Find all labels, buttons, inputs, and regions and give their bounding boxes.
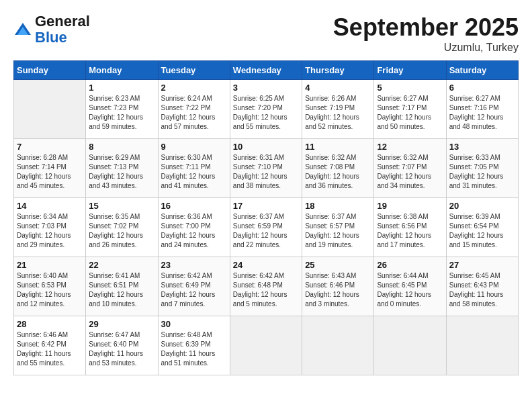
page-header: General Blue September 2025 Uzumlu, Turk… [13,13,519,54]
weekday-header-sunday: Sunday [14,61,86,80]
calendar-cell: 7Sunrise: 6:28 AMSunset: 7:14 PMDaylight… [14,139,86,198]
day-number: 6 [449,83,515,93]
calendar-week-4: 21Sunrise: 6:40 AMSunset: 6:53 PMDayligh… [14,257,519,316]
calendar-cell: 2Sunrise: 6:24 AMSunset: 7:22 PMDaylight… [158,80,230,139]
calendar-cell: 10Sunrise: 6:31 AMSunset: 7:10 PMDayligh… [230,139,302,198]
day-info: Sunrise: 6:41 AMSunset: 6:51 PMDaylight:… [89,271,154,309]
calendar-cell: 28Sunrise: 6:46 AMSunset: 6:42 PMDayligh… [14,316,86,375]
day-number: 30 [161,319,227,329]
day-info: Sunrise: 6:42 AMSunset: 6:49 PMDaylight:… [161,271,227,309]
day-info: Sunrise: 6:43 AMSunset: 6:46 PMDaylight:… [305,271,371,309]
day-info: Sunrise: 6:32 AMSunset: 7:07 PMDaylight:… [377,153,443,191]
day-info: Sunrise: 6:26 AMSunset: 7:19 PMDaylight:… [305,94,371,132]
logo-icon [13,21,32,40]
day-info: Sunrise: 6:35 AMSunset: 7:02 PMDaylight:… [89,212,154,250]
calendar-cell: 16Sunrise: 6:36 AMSunset: 7:00 PMDayligh… [158,198,230,257]
day-info: Sunrise: 6:28 AMSunset: 7:14 PMDaylight:… [17,153,83,191]
weekday-header-saturday: Saturday [446,61,518,80]
day-number: 14 [17,201,83,211]
weekday-header-thursday: Thursday [302,61,374,80]
calendar-cell: 27Sunrise: 6:45 AMSunset: 6:43 PMDayligh… [446,257,518,316]
day-number: 21 [17,260,83,270]
day-info: Sunrise: 6:36 AMSunset: 7:00 PMDaylight:… [161,212,227,250]
logo: General Blue [13,13,90,46]
day-info: Sunrise: 6:39 AMSunset: 6:54 PMDaylight:… [449,212,515,250]
day-info: Sunrise: 6:42 AMSunset: 6:48 PMDaylight:… [233,271,299,309]
day-number: 7 [17,142,83,152]
day-number: 28 [17,319,83,329]
day-info: Sunrise: 6:32 AMSunset: 7:08 PMDaylight:… [305,153,371,191]
month-title: September 2025 [333,13,519,42]
day-number: 27 [449,260,515,270]
calendar-cell: 30Sunrise: 6:48 AMSunset: 6:39 PMDayligh… [158,316,230,375]
day-info: Sunrise: 6:31 AMSunset: 7:10 PMDaylight:… [233,153,299,191]
day-number: 11 [305,142,371,152]
day-number: 24 [233,260,299,270]
day-info: Sunrise: 6:37 AMSunset: 6:57 PMDaylight:… [305,212,371,250]
day-info: Sunrise: 6:37 AMSunset: 6:59 PMDaylight:… [233,212,299,250]
calendar-cell: 13Sunrise: 6:33 AMSunset: 7:05 PMDayligh… [446,139,518,198]
calendar-cell: 15Sunrise: 6:35 AMSunset: 7:02 PMDayligh… [86,198,158,257]
calendar-cell: 6Sunrise: 6:27 AMSunset: 7:16 PMDaylight… [446,80,518,139]
calendar-cell: 12Sunrise: 6:32 AMSunset: 7:07 PMDayligh… [374,139,446,198]
day-number: 20 [449,201,515,211]
day-number: 5 [377,83,443,93]
day-number: 2 [161,83,227,93]
day-info: Sunrise: 6:27 AMSunset: 7:17 PMDaylight:… [377,94,443,132]
day-number: 4 [305,83,371,93]
day-info: Sunrise: 6:27 AMSunset: 7:16 PMDaylight:… [449,94,515,132]
day-number: 29 [89,319,154,329]
calendar-cell: 29Sunrise: 6:47 AMSunset: 6:40 PMDayligh… [86,316,158,375]
day-info: Sunrise: 6:48 AMSunset: 6:39 PMDaylight:… [161,330,227,368]
day-info: Sunrise: 6:44 AMSunset: 6:45 PMDaylight:… [377,271,443,309]
calendar-cell: 25Sunrise: 6:43 AMSunset: 6:46 PMDayligh… [302,257,374,316]
calendar-cell: 14Sunrise: 6:34 AMSunset: 7:03 PMDayligh… [14,198,86,257]
location-subtitle: Uzumlu, Turkey [333,42,519,54]
day-info: Sunrise: 6:47 AMSunset: 6:40 PMDaylight:… [89,330,154,368]
day-number: 17 [233,201,299,211]
calendar-cell: 3Sunrise: 6:25 AMSunset: 7:20 PMDaylight… [230,80,302,139]
day-info: Sunrise: 6:29 AMSunset: 7:13 PMDaylight:… [89,153,154,191]
calendar-cell: 9Sunrise: 6:30 AMSunset: 7:11 PMDaylight… [158,139,230,198]
day-number: 1 [89,83,154,93]
day-info: Sunrise: 6:46 AMSunset: 6:42 PMDaylight:… [17,330,83,368]
calendar-cell: 11Sunrise: 6:32 AMSunset: 7:08 PMDayligh… [302,139,374,198]
day-number: 10 [233,142,299,152]
day-number: 15 [89,201,154,211]
calendar-cell: 8Sunrise: 6:29 AMSunset: 7:13 PMDaylight… [86,139,158,198]
day-number: 26 [377,260,443,270]
calendar-cell: 20Sunrise: 6:39 AMSunset: 6:54 PMDayligh… [446,198,518,257]
calendar-cell: 26Sunrise: 6:44 AMSunset: 6:45 PMDayligh… [374,257,446,316]
calendar-table: SundayMondayTuesdayWednesdayThursdayFrid… [13,60,519,375]
calendar-week-5: 28Sunrise: 6:46 AMSunset: 6:42 PMDayligh… [14,316,519,375]
day-info: Sunrise: 6:25 AMSunset: 7:20 PMDaylight:… [233,94,299,132]
day-number: 13 [449,142,515,152]
day-info: Sunrise: 6:40 AMSunset: 6:53 PMDaylight:… [17,271,83,309]
calendar-cell [374,316,446,375]
day-info: Sunrise: 6:24 AMSunset: 7:22 PMDaylight:… [161,94,227,132]
calendar-cell: 4Sunrise: 6:26 AMSunset: 7:19 PMDaylight… [302,80,374,139]
calendar-cell: 22Sunrise: 6:41 AMSunset: 6:51 PMDayligh… [86,257,158,316]
day-number: 8 [89,142,154,152]
logo-text: General Blue [35,13,90,46]
calendar-week-2: 7Sunrise: 6:28 AMSunset: 7:14 PMDaylight… [14,139,519,198]
calendar-cell [302,316,374,375]
calendar-cell [446,316,518,375]
day-number: 16 [161,201,227,211]
calendar-cell: 17Sunrise: 6:37 AMSunset: 6:59 PMDayligh… [230,198,302,257]
calendar-cell: 5Sunrise: 6:27 AMSunset: 7:17 PMDaylight… [374,80,446,139]
day-number: 23 [161,260,227,270]
title-block: September 2025 Uzumlu, Turkey [333,13,519,54]
weekday-header-monday: Monday [86,61,158,80]
day-info: Sunrise: 6:33 AMSunset: 7:05 PMDaylight:… [449,153,515,191]
day-number: 19 [377,201,443,211]
calendar-cell: 23Sunrise: 6:42 AMSunset: 6:49 PMDayligh… [158,257,230,316]
weekday-header-tuesday: Tuesday [158,61,230,80]
calendar-cell: 21Sunrise: 6:40 AMSunset: 6:53 PMDayligh… [14,257,86,316]
calendar-week-3: 14Sunrise: 6:34 AMSunset: 7:03 PMDayligh… [14,198,519,257]
day-number: 12 [377,142,443,152]
calendar-cell: 19Sunrise: 6:38 AMSunset: 6:56 PMDayligh… [374,198,446,257]
day-number: 25 [305,260,371,270]
calendar-cell [230,316,302,375]
calendar-cell: 18Sunrise: 6:37 AMSunset: 6:57 PMDayligh… [302,198,374,257]
